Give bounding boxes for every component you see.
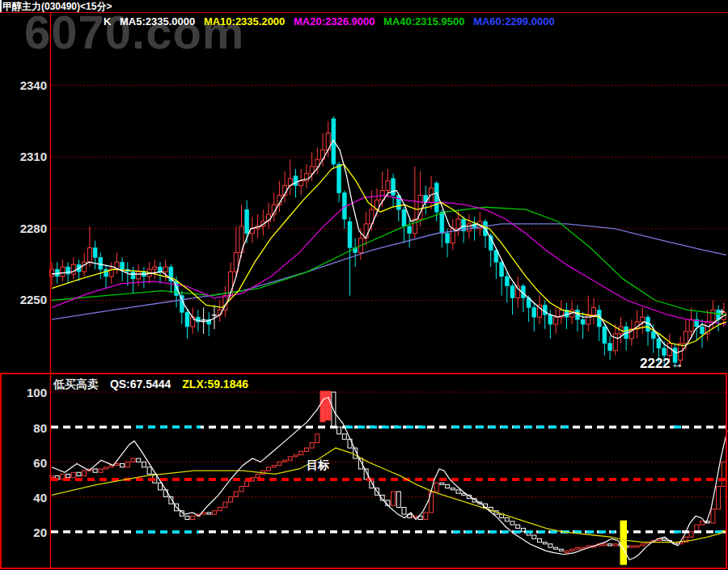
price-label-2280: 2280	[2, 222, 47, 235]
price-label-2250: 2250	[2, 293, 47, 306]
osc-label-100: 100	[2, 386, 47, 399]
svg-text:+: +	[719, 306, 725, 318]
qs-value: QS:67.5444	[110, 378, 171, 391]
osc-label-20: 20	[2, 526, 47, 539]
osc-label-60: 60	[2, 456, 47, 470]
low-price-annotation: 2222→	[640, 356, 684, 372]
window-title: 甲醇主力(030490)<15分>	[2, 0, 112, 14]
k-label: K	[104, 15, 111, 27]
price-label-2310: 2310	[2, 150, 47, 163]
indicator-name: 低买高卖	[53, 378, 99, 391]
ma-indicator-row[interactable]: K MA5:2335.0000 MA10:2335.2000 MA20:2326…	[104, 15, 561, 27]
price-label-2340: 2340	[2, 78, 47, 92]
ma10-value: MA10:2335.2000	[204, 15, 285, 27]
ma20-value: MA20:2326.9000	[294, 15, 375, 27]
trading-app-window: 6070.com + 甲醇主力(030490)<15分> K MA5:2335.…	[0, 0, 728, 570]
ma5-value: MA5:2335.0000	[120, 15, 195, 27]
sub-indicator-header[interactable]: 低买高卖 QS:67.5444 ZLX:59.1846	[53, 378, 248, 392]
osc-label-40: 40	[2, 491, 47, 505]
ma60-value: MA60:2299.0000	[473, 15, 554, 27]
target-annotation: 目标	[307, 458, 329, 473]
osc-label-80: 80	[2, 421, 47, 435]
ma40-value: MA40:2315.9500	[383, 15, 464, 27]
chart-canvas[interactable]: +	[0, 0, 728, 570]
zlx-value: ZLX:59.1846	[182, 378, 248, 391]
